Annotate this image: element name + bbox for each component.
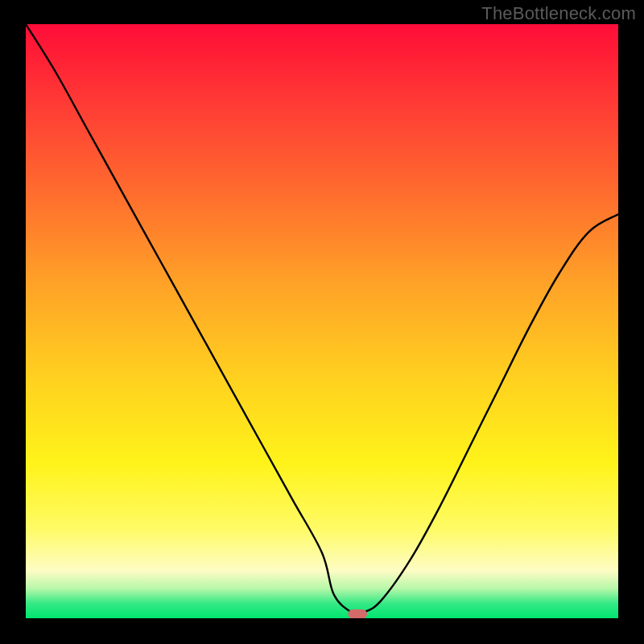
curve-layer: [26, 24, 618, 618]
chart-frame: TheBottleneck.com: [0, 0, 644, 644]
plot-area: [26, 24, 618, 618]
bottleneck-curve: [26, 24, 618, 614]
watermark-text: TheBottleneck.com: [481, 3, 636, 24]
optimal-marker: [348, 609, 367, 618]
